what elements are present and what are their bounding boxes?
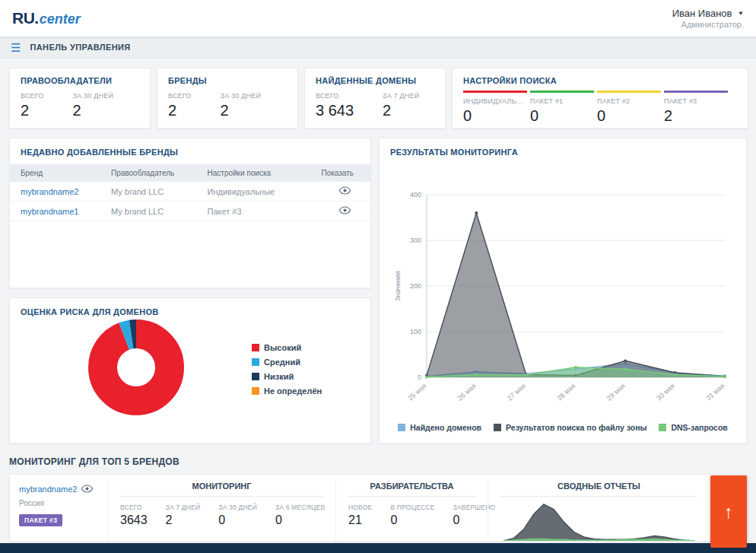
svg-text:31 мая: 31 мая	[704, 382, 726, 402]
logo-dot: .	[34, 9, 38, 27]
stat-6months: ЗА 6 МЕСЯЦЕВ 0	[275, 504, 325, 527]
eye-icon[interactable]	[339, 187, 351, 196]
legend-item-zonefile-results: Результатов поиска по файлу зоны	[494, 423, 646, 432]
card-title: РЕЗУЛЬТАТЫ МОНИТОРИНГА	[390, 148, 735, 157]
chevron-down-icon: ▼	[738, 10, 744, 17]
settings-cell: Индивидуальные	[200, 182, 301, 202]
card-search-settings: НАСТРОЙКИ ПОИСКА ИНДИВИДУАЛЬ... 0 ПАКЕТ …	[452, 68, 748, 129]
col-show: Показать	[301, 164, 370, 182]
legend-swatch	[494, 424, 501, 431]
recent-brands-card: НЕДАВНО ДОБАВЛЕННЫЕ БРЕНДЫ Бренд Правооб…	[9, 138, 371, 288]
navbar: ☰ ПАНЕЛЬ УПРАВЛЕНИЯ	[0, 37, 756, 59]
risk-legend: Высокий Средний Низкий Не определён	[252, 343, 360, 396]
stat-30days: ЗА 30 ДНЕЙ 2	[221, 92, 262, 119]
stat-total: ВСЕГО 2	[168, 92, 192, 119]
svg-text:30 мая: 30 мая	[655, 382, 676, 402]
section-title: РАЗБИРАТЕЛЬСТВА	[348, 480, 475, 497]
top-brands-heading: МОНИТОРИНГ ДЛЯ ТОП 5 БРЕНДОВ	[9, 456, 747, 467]
footer-bar	[0, 543, 756, 553]
settings-cell: Пакет #3	[200, 202, 301, 221]
brand-link[interactable]: mybrandname1	[21, 207, 78, 216]
left-column: НЕДАВНО ДОБАВЛЕННЫЕ БРЕНДЫ Бренд Правооб…	[9, 138, 371, 443]
package-color-bar	[463, 91, 527, 93]
eye-icon[interactable]	[81, 482, 93, 496]
col-brand: Бренд	[10, 164, 103, 182]
domain-risk-card: ОЦЕНКА РИСКА ДЛЯ ДОМЕНОВ Высокий Средний	[9, 297, 371, 443]
stat-package-2: ПАКЕТ #2 0	[597, 91, 664, 125]
top-header: RU . center Иван Иванов ▼ Администратор.	[0, 0, 756, 37]
brands-table: Бренд Правообладатель Настройки поиска П…	[10, 164, 370, 221]
middle-row: НЕДАВНО ДОБАВЛЕННЫЕ БРЕНДЫ Бренд Правооб…	[9, 138, 747, 443]
table-row: mybrandname2 My brand LLC Индивидуальные	[10, 182, 370, 202]
legend-swatch	[252, 344, 259, 351]
legend-swatch	[252, 358, 259, 366]
owner-cell: My brand LLC	[103, 202, 199, 221]
section-title: МОНИТОРИНГ	[120, 480, 323, 497]
legend-item-high: Высокий	[252, 343, 360, 352]
monitoring-section: МОНИТОРИНГ ВСЕГО 3643 ЗА 7 ДНЕЙ 2 ЗА 30 …	[107, 480, 335, 541]
package-color-bar	[664, 91, 728, 93]
stat-30days: ЗА 30 ДНЕЙ 0	[218, 504, 257, 527]
proceedings-section: РАЗБИРАТЕЛЬСТВА НОВОЕ 21 В ПРОЦЕССЕ 0 ЗА…	[335, 480, 488, 541]
card-title: НАЙДЕННЫЕ ДОМЕНЫ	[316, 76, 434, 85]
package-color-bar	[597, 91, 661, 93]
card-title: НАСТРОЙКИ ПОИСКА	[463, 76, 737, 85]
arrow-up-icon: ↑	[724, 501, 733, 522]
svg-text:0: 0	[418, 373, 421, 381]
brand-link[interactable]: mybrandname2	[21, 187, 78, 196]
user-menu[interactable]: Иван Иванов ▼ Администратор.	[672, 8, 744, 29]
stats-row: ПРАВООБЛАДАТЕЛИ ВСЕГО 2 ЗА 30 ДНЕЙ 2 БРЕ…	[9, 68, 747, 129]
col-owner: Правообладатель	[103, 164, 199, 182]
svg-text:29 мая: 29 мая	[605, 382, 627, 402]
col-settings: Настройки поиска	[200, 164, 301, 182]
top-brand-info: mybrandname2 Россия ПАКЕТ #3	[10, 480, 107, 541]
legend-item-found-domains: Найдено доменов	[398, 423, 481, 432]
monitoring-legend: Найдено доменов Результатов поиска по фа…	[390, 420, 735, 434]
menu-icon[interactable]: ☰	[11, 42, 21, 53]
svg-text:Значения: Значения	[394, 271, 402, 301]
legend-swatch	[659, 424, 666, 431]
monitoring-results-card: РЕЗУЛЬТАТЫ МОНИТОРИНГА 010020030040025 м…	[379, 138, 747, 443]
rucenter-logo[interactable]: RU . center	[12, 9, 81, 27]
stat-total: ВСЕГО 3643	[120, 504, 148, 527]
svg-text:25 мая: 25 мая	[406, 382, 427, 402]
scroll-top-button[interactable]: ↑	[710, 475, 747, 548]
user-name: Иван Иванов	[672, 8, 732, 19]
card-title: БРЕНДЫ	[168, 76, 287, 85]
svg-text:28 мая: 28 мая	[555, 382, 577, 402]
legend-swatch	[252, 387, 259, 395]
svg-text:300: 300	[410, 237, 421, 244]
legend-swatch	[398, 424, 405, 431]
table-header-row: Бренд Правообладатель Настройки поиска П…	[10, 164, 370, 182]
brand-country: Россия	[19, 499, 98, 507]
svg-text:200: 200	[410, 282, 421, 290]
risk-donut-chart	[88, 319, 184, 418]
stat-7days: ЗА 7 ДНЕЙ 2	[166, 504, 201, 527]
eye-icon[interactable]	[339, 207, 351, 216]
logo-center-text: center	[40, 11, 81, 27]
reports-sparkline	[502, 501, 696, 542]
stat-total: ВСЕГО 3 643	[316, 92, 354, 119]
package-badge: ПАКЕТ #3	[19, 514, 62, 526]
svg-text:400: 400	[410, 191, 421, 199]
legend-item-dns-requests: DNS-запросов	[659, 423, 727, 432]
card-title: ОЦЕНКА РИСКА ДЛЯ ДОМЕНОВ	[21, 307, 360, 316]
top-brand-row-card: mybrandname2 Россия ПАКЕТ #3 МОНИТОРИНГ …	[9, 474, 747, 542]
section-title: СВОДНЫЕ ОТЧЕТЫ	[500, 480, 697, 497]
stat-7days: ЗА 7 ДНЕЙ 2	[383, 92, 419, 119]
brand-link[interactable]: mybrandname2	[19, 485, 77, 494]
main-content: ПРАВООБЛАДАТЕЛИ ВСЕГО 2 ЗА 30 ДНЕЙ 2 БРЕ…	[0, 59, 756, 551]
stat-new: НОВОЕ 21	[348, 504, 372, 527]
legend-item-undefined: Не определён	[252, 386, 360, 396]
legend-item-low: Низкий	[252, 372, 360, 381]
legend-item-medium: Средний	[252, 358, 360, 367]
svg-text:26 мая: 26 мая	[456, 382, 478, 402]
package-color-bar	[530, 91, 594, 93]
card-rightsholders: ПРАВООБЛАДАТЕЛИ ВСЕГО 2 ЗА 30 ДНЕЙ 2	[9, 68, 151, 129]
legend-swatch	[252, 373, 259, 380]
card-brands: БРЕНДЫ ВСЕГО 2 ЗА 30 ДНЕЙ 2	[157, 68, 298, 129]
card-title: НЕДАВНО ДОБАВЛЕННЫЕ БРЕНДЫ	[10, 148, 370, 164]
stat-package-1: ПАКЕТ #1 0	[530, 91, 597, 125]
card-title: ПРАВООБЛАДАТЕЛИ	[21, 76, 139, 85]
svg-text:27 мая: 27 мая	[506, 382, 527, 402]
